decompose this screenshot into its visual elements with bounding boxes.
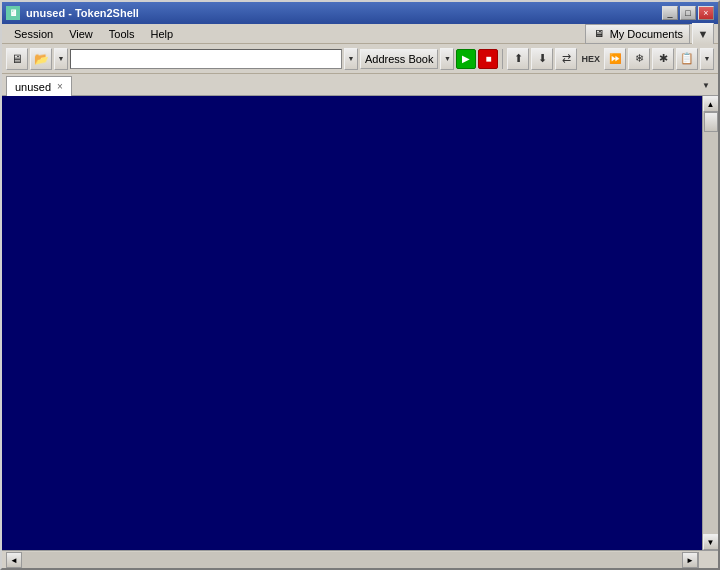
my-documents-button[interactable]: 🖥 My Documents [585, 24, 690, 44]
tab-list-dropdown[interactable]: ▼ [698, 75, 714, 95]
hex-label: HEX [579, 54, 602, 64]
snowflake-button[interactable]: ❄ [628, 48, 650, 70]
scroll-down-button[interactable]: ▼ [703, 534, 719, 550]
address-chevron-icon: ▼ [348, 55, 355, 62]
stop-icon: ■ [485, 53, 491, 64]
address-dropdown[interactable]: ▼ [344, 48, 358, 70]
open-dropdown[interactable]: ▼ [54, 48, 68, 70]
skip-forward-button[interactable]: ⏩ [604, 48, 626, 70]
scroll-left-icon: ◄ [10, 556, 18, 565]
address-book-button[interactable]: Address Book [360, 49, 438, 69]
transfer-icon: ⇄ [562, 52, 571, 65]
open-button[interactable]: 📂 [30, 48, 52, 70]
window-controls: _ □ × [662, 6, 714, 20]
status-bar: ◄ ► [2, 550, 718, 568]
toolbar: 🖥 📂 ▼ ▼ Address Book ▼ ▶ ■ ⬆ [2, 44, 718, 74]
disconnect-button[interactable]: ■ [478, 49, 498, 69]
snowflake-icon: ❄ [635, 52, 644, 65]
asterisk-icon: ✱ [659, 52, 668, 65]
play-icon: ▶ [462, 53, 470, 64]
address-input[interactable] [70, 49, 342, 69]
tab-bar: unused × ▼ [2, 74, 718, 96]
horizontal-scrollbar: ◄ ► [6, 552, 698, 568]
menu-help[interactable]: Help [142, 26, 181, 42]
tab-unused[interactable]: unused × [6, 76, 72, 96]
clipboard-button[interactable]: 📋 [676, 48, 698, 70]
menu-view[interactable]: View [61, 26, 101, 42]
scroll-right-button[interactable]: ► [682, 552, 698, 568]
transfer-button[interactable]: ⇄ [555, 48, 577, 70]
tab-dropdown-arrow: ▼ [702, 81, 710, 90]
send-to-local-button[interactable]: ⬆ [507, 48, 529, 70]
menu-bar: Session View Tools Help 🖥 My Documents ▼ [2, 24, 718, 44]
menu-tools[interactable]: Tools [101, 26, 143, 42]
folder-icon: 📂 [34, 52, 49, 66]
receive-from-remote-button[interactable]: ⬇ [531, 48, 553, 70]
clipboard-icon: 📋 [680, 52, 694, 65]
separator-1 [502, 49, 503, 69]
new-session-button[interactable]: 🖥 [6, 48, 28, 70]
toolbar-chevron-icon: ▼ [704, 55, 711, 62]
connect-button[interactable]: ▶ [456, 49, 476, 69]
scroll-up-button[interactable]: ▲ [703, 96, 719, 112]
main-window: 🖥 unused - Token2Shell _ □ × Session Vie… [0, 0, 720, 570]
scroll-track-v[interactable] [703, 112, 719, 534]
tab-close-button[interactable]: × [57, 81, 63, 92]
scroll-right-icon: ► [686, 556, 694, 565]
title-text: 🖥 unused - Token2Shell [6, 6, 139, 20]
my-documents-dropdown[interactable]: ▼ [692, 23, 714, 45]
vertical-scrollbar: ▲ ▼ [702, 96, 718, 550]
terminal-area[interactable] [2, 96, 702, 550]
scroll-track-h[interactable] [22, 552, 682, 568]
monitor-icon: 🖥 [11, 52, 23, 66]
scroll-thumb-v[interactable] [704, 112, 718, 132]
minimize-button[interactable]: _ [662, 6, 678, 20]
address-book-dropdown[interactable]: ▼ [440, 48, 454, 70]
maximize-button[interactable]: □ [680, 6, 696, 20]
app-icon: 🖥 [6, 6, 20, 20]
menu-session[interactable]: Session [6, 26, 61, 42]
scroll-left-button[interactable]: ◄ [6, 552, 22, 568]
main-content: ▲ ▼ [2, 96, 718, 550]
scroll-corner [698, 552, 714, 568]
asterisk-button[interactable]: ✱ [652, 48, 674, 70]
scroll-down-icon: ▼ [707, 538, 715, 547]
close-button[interactable]: × [698, 6, 714, 20]
toolbar-dropdown[interactable]: ▼ [700, 48, 714, 70]
skip-forward-icon: ⏩ [609, 53, 621, 64]
chevron-down-icon: ▼ [58, 55, 65, 62]
title-bar: 🖥 unused - Token2Shell _ □ × [2, 2, 718, 24]
receive-icon: ⬇ [538, 52, 547, 65]
my-documents-icon: 🖥 [592, 27, 606, 41]
scroll-up-icon: ▲ [707, 100, 715, 109]
send-to-local-icon: ⬆ [514, 52, 523, 65]
address-book-chevron-icon: ▼ [444, 55, 451, 62]
